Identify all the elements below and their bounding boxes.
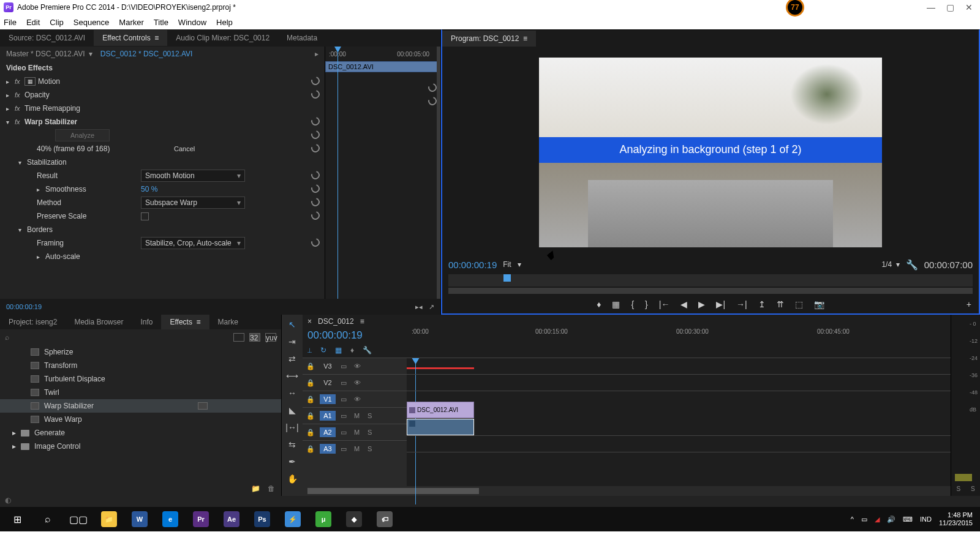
- tab-audio-mixer[interactable]: Audio Clip Mixer: DSC_0012: [167, 30, 278, 46]
- go-to-out-icon[interactable]: →|: [736, 299, 747, 309]
- tab-program[interactable]: Program: DSC_0012 ≡: [442, 31, 536, 47]
- app-icon-2[interactable]: ◆: [339, 508, 369, 530]
- effect-item-warp-stabilizer[interactable]: Warp Stabilizer: [0, 399, 281, 413]
- delete-icon[interactable]: 🗑: [268, 484, 275, 493]
- menu-sequence[interactable]: Sequence: [74, 18, 110, 27]
- ec-mini-timeline[interactable]: :00:00 00:00:05:00 DSC_0012.AVI: [325, 47, 440, 299]
- photoshop-icon[interactable]: Ps: [247, 508, 277, 530]
- rate-stretch-tool-icon[interactable]: ↔: [285, 387, 299, 399]
- ec-scrollbar[interactable]: [437, 47, 440, 299]
- ec-playhead[interactable]: [337, 47, 338, 299]
- go-to-in-icon[interactable]: |←: [659, 299, 670, 309]
- maximize-button[interactable]: ▢: [946, 2, 954, 12]
- edge-icon[interactable]: e: [156, 508, 185, 530]
- filter-icon-3[interactable]: yuv: [265, 333, 276, 342]
- menu-marker[interactable]: Marker: [119, 18, 143, 27]
- effect-item-twirl[interactable]: Twirl: [0, 386, 281, 399]
- close-button[interactable]: ✕: [965, 2, 973, 12]
- lift-icon[interactable]: ↥: [758, 299, 766, 309]
- zoom-fit-dropdown[interactable]: Fit ▾: [503, 260, 521, 269]
- play-icon[interactable]: ▶: [698, 299, 705, 309]
- tab-info[interactable]: Info: [132, 315, 161, 329]
- reset-icon[interactable]: [309, 236, 321, 248]
- filter-icon-1[interactable]: [233, 333, 244, 342]
- slide-tool-icon[interactable]: ⇆: [285, 438, 299, 451]
- filter-icon-2[interactable]: 32: [249, 333, 260, 342]
- effect-folder-generate[interactable]: ▸Generate: [0, 426, 281, 440]
- new-bin-icon[interactable]: 📁: [251, 484, 260, 493]
- file-explorer-icon[interactable]: 📁: [94, 508, 124, 530]
- add-marker-icon[interactable]: ♦: [597, 299, 601, 309]
- pen-tool-icon[interactable]: ✒: [285, 455, 299, 468]
- app-icon-3[interactable]: 🏷: [370, 508, 399, 530]
- mark-out-icon[interactable]: }: [645, 299, 648, 309]
- ec-tl-clip[interactable]: DSC_0012.AVI: [325, 61, 440, 72]
- effect-item-wave-warp[interactable]: Wave Warp: [0, 413, 281, 426]
- hand-tool-icon[interactable]: ✋: [285, 473, 299, 485]
- search-taskbar-icon[interactable]: ⌕: [33, 508, 62, 530]
- menu-edit[interactable]: Edit: [26, 18, 40, 27]
- reset-icon[interactable]: [309, 196, 321, 208]
- reset-icon[interactable]: [309, 115, 321, 127]
- track-header-a1[interactable]: 🔒A1▭MS: [303, 407, 407, 424]
- timeline-ruler[interactable]: :00:00 00:00:15:00 00:00:30:00 00:00:45:…: [407, 328, 951, 340]
- tray-battery-icon[interactable]: ▭: [861, 515, 867, 523]
- track-select-tool-icon[interactable]: ⇥: [285, 335, 299, 348]
- smoothness-value[interactable]: 50 %: [141, 185, 245, 193]
- ec-timecode[interactable]: 00:00:00:19: [6, 303, 42, 310]
- task-view-icon[interactable]: ▢▢: [64, 508, 93, 530]
- effect-motion[interactable]: Motion: [38, 77, 325, 86]
- menu-title[interactable]: Title: [154, 18, 168, 27]
- menu-clip[interactable]: Clip: [50, 18, 63, 27]
- effect-folder-image-control[interactable]: ▸Image Control: [0, 440, 281, 453]
- ec-clip-link[interactable]: DSC_0012 * DSC_0012.AVI: [100, 50, 193, 58]
- cc-status-icon[interactable]: ◐: [0, 496, 11, 504]
- menu-window[interactable]: Window: [178, 18, 206, 27]
- tray-network-icon[interactable]: ◢: [875, 515, 880, 523]
- tray-clock[interactable]: 1:48 PM 11/23/2015: [939, 511, 978, 527]
- program-tc-current[interactable]: 00:00:00:19: [448, 260, 497, 270]
- resolution-dropdown[interactable]: 1/4 ▾: [881, 260, 899, 269]
- tab-effects[interactable]: Effects ≡: [161, 315, 209, 329]
- loop-icon[interactable]: ▸◂: [415, 303, 423, 311]
- app-icon-1[interactable]: ⚡: [278, 508, 307, 530]
- preserve-scale-checkbox[interactable]: [141, 212, 149, 220]
- tray-language[interactable]: IND: [920, 515, 932, 523]
- slip-tool-icon[interactable]: |↔|: [285, 421, 299, 433]
- reset-icon[interactable]: [309, 182, 321, 194]
- framing-dropdown[interactable]: Stabilize, Crop, Auto-scale: [141, 237, 245, 249]
- reset-icon[interactable]: [309, 129, 321, 140]
- program-ruler[interactable]: [448, 274, 973, 287]
- word-icon[interactable]: W: [125, 508, 154, 530]
- timeline-clip-video[interactable]: DSC_0012.AVI: [407, 402, 474, 418]
- start-button[interactable]: ⊞: [2, 508, 32, 530]
- export-frame-icon[interactable]: ⬚: [795, 299, 803, 309]
- tab-effect-controls[interactable]: Effect Controls ≡: [94, 30, 167, 46]
- add-marker-tl-icon[interactable]: ▦: [335, 346, 342, 354]
- solo-right[interactable]: S: [971, 485, 975, 492]
- effect-item-turbulent[interactable]: Turbulent Displace: [0, 372, 281, 386]
- solo-left[interactable]: S: [956, 485, 960, 492]
- effect-time-remapping[interactable]: Time Remapping: [24, 104, 325, 113]
- close-sequence-icon[interactable]: ×: [307, 317, 312, 326]
- linked-selection-icon[interactable]: ↻: [320, 346, 326, 354]
- extract-icon[interactable]: ⇈: [777, 299, 784, 309]
- razor-tool-icon[interactable]: ◣: [285, 404, 299, 416]
- program-scrub-bar[interactable]: [448, 288, 973, 294]
- snap-icon[interactable]: ⟂: [307, 346, 312, 354]
- track-header-a2[interactable]: 🔒A2▭MS: [303, 424, 407, 440]
- search-icon[interactable]: ⌕: [5, 333, 9, 342]
- program-video-display[interactable]: Analyzing in background (step 1 of 2): [442, 47, 979, 257]
- menu-file[interactable]: File: [4, 18, 17, 27]
- reset-icon[interactable]: [309, 75, 321, 86]
- program-playhead[interactable]: [503, 274, 511, 282]
- marker-icon[interactable]: ♦: [350, 346, 354, 354]
- reset-icon[interactable]: [309, 142, 321, 154]
- track-header-v1[interactable]: 🔒V1▭👁: [303, 391, 407, 407]
- effect-warp-stabilizer[interactable]: Warp Stabilizer: [24, 118, 325, 126]
- reset-icon[interactable]: [309, 88, 321, 100]
- selection-tool-icon[interactable]: ↖: [285, 318, 299, 331]
- reset-icon[interactable]: [309, 169, 321, 181]
- premiere-taskbar-icon[interactable]: Pr: [186, 508, 216, 530]
- sequence-name[interactable]: DSC_0012: [318, 317, 354, 326]
